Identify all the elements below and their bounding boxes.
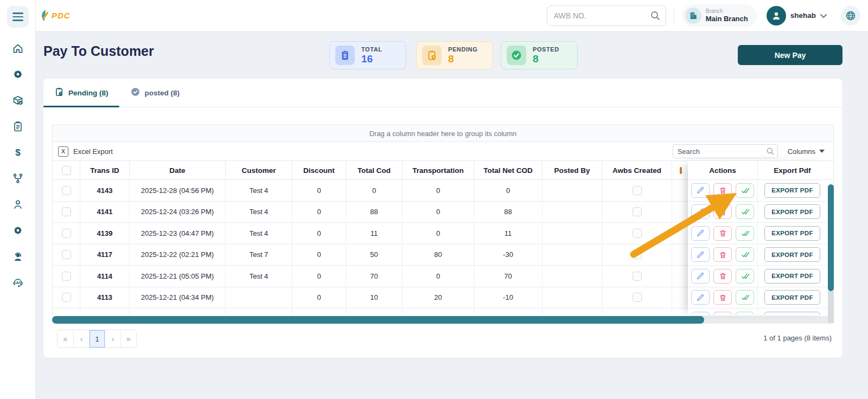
- next-page-button[interactable]: ›: [105, 330, 120, 347]
- topbar: PDC Branch Main Branch: [36, 0, 868, 31]
- language-globe-button[interactable]: [841, 6, 860, 25]
- grid-toolbar: X Excel Export Columns: [52, 142, 834, 160]
- actions-row: EXPORT PDF: [688, 180, 827, 202]
- delete-button[interactable]: [713, 204, 732, 219]
- select-all-checkbox[interactable]: [62, 166, 71, 175]
- header-trans-id[interactable]: Trans ID: [80, 161, 129, 179]
- export-pdf-button[interactable]: EXPORT PDF: [764, 204, 820, 219]
- header-customer[interactable]: Customer: [225, 161, 292, 179]
- awbs-created-checkbox[interactable]: [633, 272, 642, 281]
- sidebar-item-payments[interactable]: $: [0, 140, 36, 166]
- cell-posted-by: [542, 180, 602, 201]
- sidebar-item-branching[interactable]: [0, 166, 36, 192]
- edit-button[interactable]: [691, 204, 710, 219]
- edit-button[interactable]: [691, 247, 710, 262]
- vertical-scrollbar[interactable]: [828, 181, 834, 323]
- row-select-checkbox[interactable]: [62, 229, 71, 238]
- new-pay-button[interactable]: New Pay: [738, 45, 843, 65]
- export-pdf-button[interactable]: EXPORT PDF: [764, 312, 820, 315]
- sidebar-item-users[interactable]: [0, 192, 36, 218]
- sidebar-item-settings[interactable]: [0, 218, 36, 244]
- post-button[interactable]: [736, 183, 754, 198]
- delete-button[interactable]: [713, 247, 732, 262]
- excel-export-label: Excel Export: [73, 147, 113, 156]
- first-page-button[interactable]: «: [58, 330, 73, 347]
- row-select-checkbox[interactable]: [62, 272, 71, 281]
- prev-page-button[interactable]: ‹: [73, 330, 89, 347]
- group-by-panel[interactable]: Drag a column header here to group its c…: [52, 125, 834, 142]
- horizontal-scrollbar[interactable]: [52, 316, 834, 324]
- awbs-created-checkbox[interactable]: [633, 293, 642, 302]
- branch-selector[interactable]: Branch Main Branch: [682, 4, 757, 27]
- export-pdf-button[interactable]: EXPORT PDF: [764, 269, 820, 284]
- header-total-net-cod[interactable]: Total Net COD: [474, 161, 542, 179]
- header-posted-by[interactable]: Posted By: [542, 161, 602, 179]
- edit-button[interactable]: [691, 183, 710, 198]
- cell-transportation: 0: [402, 223, 474, 244]
- post-button[interactable]: [736, 226, 754, 241]
- export-pdf-button[interactable]: EXPORT PDF: [764, 226, 820, 241]
- row-select-checkbox[interactable]: [62, 207, 71, 216]
- post-button[interactable]: [736, 269, 754, 284]
- horizontal-scrollbar-thumb[interactable]: [52, 316, 704, 324]
- cell-total-cod: 0: [346, 180, 402, 201]
- vertical-scrollbar-thumb[interactable]: [828, 184, 834, 291]
- sidebar-item-clipboard[interactable]: [0, 114, 36, 140]
- post-button[interactable]: [736, 204, 754, 219]
- header-awbs-created[interactable]: Awbs Created: [602, 161, 672, 179]
- vertical-scrollbar-track[interactable]: [828, 291, 834, 323]
- edit-button[interactable]: [691, 269, 710, 284]
- edit-button[interactable]: [691, 290, 710, 305]
- grid-search-input[interactable]: [673, 144, 778, 158]
- menu-toggle-button[interactable]: [7, 6, 29, 28]
- post-button[interactable]: [736, 290, 754, 305]
- sidebar-item-home[interactable]: [0, 36, 36, 62]
- awbs-created-checkbox[interactable]: [633, 250, 642, 259]
- cell-transportation: 0: [402, 266, 474, 287]
- excel-export-button[interactable]: X Excel Export: [58, 146, 113, 157]
- export-pdf-button[interactable]: EXPORT PDF: [764, 247, 820, 262]
- cell-total-cod: 10: [346, 287, 402, 308]
- sidebar-item-package-check[interactable]: [0, 88, 36, 114]
- export-pdf-button[interactable]: EXPORT PDF: [764, 183, 820, 198]
- cell-trans-id: 4141: [80, 202, 129, 223]
- app-screen: PDC Branch Main Branch: [0, 0, 868, 399]
- delete-button[interactable]: [713, 290, 732, 305]
- post-button[interactable]: [736, 312, 754, 315]
- cell-date: 2025-12-21 (05:05 PM): [129, 266, 225, 287]
- page-1-button[interactable]: 1: [89, 330, 105, 347]
- sidebar-item-support[interactable]: [0, 244, 36, 271]
- awbs-created-checkbox[interactable]: [633, 186, 642, 195]
- header-transportation[interactable]: Transportation: [402, 161, 474, 179]
- columns-chooser-button[interactable]: Columns: [784, 147, 828, 156]
- delete-button[interactable]: [713, 226, 732, 241]
- header-total-cod[interactable]: Total Cod: [346, 161, 402, 179]
- logo-text: PDC: [52, 11, 71, 20]
- sidebar-item-gear-badge[interactable]: [0, 62, 36, 88]
- awb-search-input[interactable]: [547, 5, 666, 26]
- awbs-created-checkbox[interactable]: [633, 229, 642, 238]
- cell-total-net-cod: -10: [474, 287, 542, 308]
- tab-posted[interactable]: posted (8): [119, 79, 191, 107]
- row-select-checkbox[interactable]: [62, 250, 71, 259]
- cell-trans-id: 4117: [80, 244, 129, 266]
- tab-pending[interactable]: Pending (8): [43, 79, 119, 107]
- edit-button[interactable]: [691, 226, 710, 241]
- row-select-checkbox[interactable]: [62, 186, 71, 195]
- header-discount[interactable]: Discount: [292, 161, 346, 179]
- cell-discount: 0: [292, 244, 346, 266]
- row-select-checkbox[interactable]: [62, 293, 71, 302]
- post-button[interactable]: [736, 247, 754, 262]
- export-pdf-button[interactable]: EXPORT PDF: [764, 290, 820, 305]
- last-page-button[interactable]: »: [120, 330, 136, 347]
- user-menu[interactable]: shehab: [767, 6, 827, 25]
- sidebar-item-ai-assistant[interactable]: AI: [0, 271, 36, 297]
- delete-button[interactable]: [713, 312, 732, 315]
- header-date[interactable]: Date: [129, 161, 225, 179]
- edit-button[interactable]: [691, 312, 710, 315]
- delete-button[interactable]: [713, 183, 732, 198]
- delete-button[interactable]: [713, 269, 732, 284]
- search-icon[interactable]: [650, 10, 661, 23]
- awbs-created-checkbox[interactable]: [633, 207, 642, 216]
- grid-search-icon: [766, 147, 775, 158]
